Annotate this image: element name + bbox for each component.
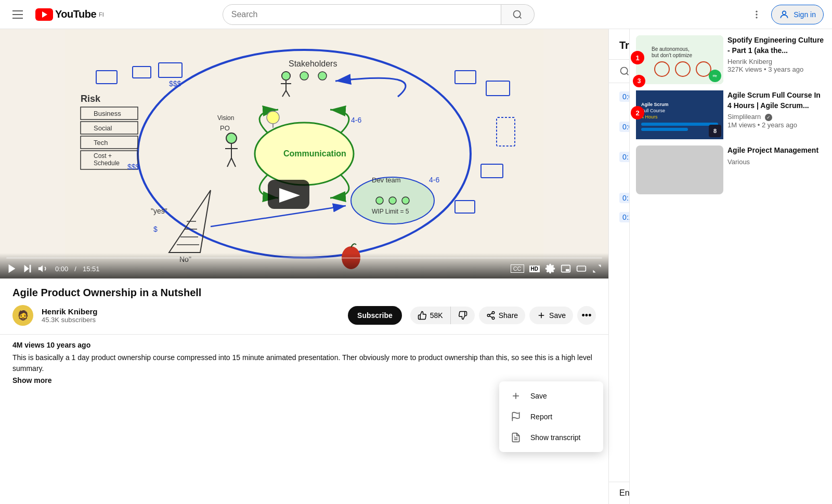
more-options-button[interactable] — [746, 4, 767, 25]
svg-point-4 — [756, 17, 757, 18]
context-report-label: Report — [530, 413, 552, 421]
more-actions-button[interactable]: ••• — [577, 306, 596, 325]
progress-bar[interactable] — [6, 257, 602, 259]
save-label: Save — [549, 311, 566, 320]
svg-marker-71 — [24, 265, 29, 273]
context-menu-transcript[interactable]: Show transcript — [499, 427, 603, 448]
miniplayer-button[interactable] — [561, 263, 571, 274]
svg-rect-110 — [641, 128, 688, 131]
miniplayer-icon — [561, 263, 571, 274]
svg-text:$: $ — [153, 225, 158, 233]
cc-button[interactable]: CC — [511, 264, 524, 273]
settings-button[interactable] — [545, 263, 555, 274]
like-section: 58K — [410, 307, 475, 324]
svg-text:$$$: $$$ — [169, 79, 181, 88]
flag-icon — [510, 412, 522, 422]
logo-text: YouTube — [55, 8, 96, 20]
like-button[interactable]: 58K — [410, 307, 451, 324]
subscribe-button[interactable]: Subscribe — [348, 306, 402, 325]
svg-text:Dev team: Dev team — [372, 176, 401, 184]
save-button[interactable]: Save — [529, 307, 573, 324]
fullscreen-button[interactable] — [592, 263, 602, 274]
svg-point-80 — [487, 314, 490, 317]
search-icon — [512, 9, 523, 20]
related-thumb-3 — [636, 145, 723, 194]
volume-button[interactable] — [37, 263, 49, 274]
description-text: This is basically a 1 day product owners… — [12, 352, 596, 374]
related-meta-2: 1M views • 2 years ago — [727, 121, 826, 129]
theater-icon — [576, 263, 587, 274]
related-meta-1: 327K views • 3 years ago — [727, 65, 826, 73]
svg-line-83 — [489, 313, 492, 315]
svg-point-3 — [756, 14, 757, 15]
related-channel-2: Simplilearn ✓ — [727, 113, 826, 121]
related-title-2: Agile Scrum Full Course In 4 Hours | Agi… — [727, 90, 826, 111]
site-header: YouTubeFI Sign in — [0, 0, 832, 29]
number-badge-8: 8 — [709, 125, 721, 137]
svg-line-1 — [519, 16, 522, 18]
related-thumb-1: Be autonomous, but don't optimize 3 — [636, 35, 723, 84]
related-videos: Be autonomous, but don't optimize 3 1 Sp… — [629, 29, 832, 504]
video-meta: 4M views 10 years ago — [12, 341, 596, 349]
hd-badge: HD — [529, 266, 540, 272]
svg-text:Risk: Risk — [81, 94, 101, 104]
share-icon — [486, 311, 496, 320]
video-content-svg: Risk Business Social Tech Cost + Schedul… — [0, 29, 608, 278]
related-item-1[interactable]: Be autonomous, but don't optimize 3 1 Sp… — [636, 35, 826, 84]
video-controls: 0:00 / 15:51 CC HD — [0, 253, 608, 278]
view-count: 4M views — [12, 341, 44, 349]
svg-marker-70 — [9, 264, 16, 273]
svg-point-37 — [318, 72, 327, 80]
search-area — [223, 4, 535, 25]
svg-point-81 — [492, 317, 495, 320]
spotify-badge — [709, 70, 721, 82]
svg-point-51 — [376, 197, 383, 204]
search-input[interactable] — [231, 10, 492, 19]
theater-button[interactable] — [576, 263, 587, 274]
svg-text:$$$: $$$ — [127, 163, 140, 171]
time-separator: / — [74, 265, 76, 273]
video-player[interactable]: Risk Business Social Tech Cost + Schedul… — [0, 29, 608, 278]
svg-text:PO: PO — [220, 124, 230, 132]
next-button[interactable] — [22, 263, 33, 274]
time-display: 0:00 — [55, 265, 68, 273]
svg-point-0 — [514, 10, 521, 17]
related-info-3: Agile Project Management Various — [727, 145, 826, 166]
hamburger-menu[interactable] — [8, 6, 27, 23]
share-button[interactable]: Share — [479, 307, 525, 324]
context-menu-save[interactable]: Save — [499, 386, 603, 406]
context-menu: Save Report Show transcript — [499, 381, 603, 452]
svg-text:4-6: 4-6 — [351, 116, 361, 124]
avatar: 🧔 — [12, 305, 33, 326]
svg-rect-75 — [566, 269, 569, 271]
svg-text:Communication: Communication — [283, 149, 346, 158]
related-info-2: Agile Scrum Full Course In 4 Hours | Agi… — [727, 90, 826, 129]
search-button[interactable] — [501, 4, 535, 25]
like-count: 58K — [430, 311, 443, 320]
controls-row: 0:00 / 15:51 CC HD — [6, 263, 602, 274]
sign-in-button[interactable]: Sign in — [771, 5, 824, 24]
svg-text:Tech: Tech — [94, 139, 108, 147]
logo[interactable]: YouTubeFI — [35, 8, 104, 21]
svg-point-79 — [492, 312, 495, 314]
play-button[interactable] — [6, 263, 18, 274]
svg-point-2 — [756, 10, 757, 12]
svg-point-52 — [389, 197, 396, 204]
svg-text:but don't optimize: but don't optimize — [652, 52, 693, 58]
svg-text:Stakeholders: Stakeholders — [289, 59, 337, 68]
svg-text:"yes": "yes" — [151, 207, 167, 215]
controls-right: CC HD — [511, 263, 602, 274]
video-thumbnail: Risk Business Social Tech Cost + Schedul… — [0, 29, 608, 278]
play-icon — [6, 263, 18, 274]
skip-next-icon — [22, 263, 33, 274]
related-item-3[interactable]: Agile Project Management Various — [636, 145, 826, 194]
channel-row: 🧔 Henrik Kniberg 45.3K subscribers Subsc… — [12, 305, 596, 326]
svg-point-36 — [300, 72, 308, 80]
thumbs-up-icon — [418, 311, 427, 320]
svg-point-91 — [621, 68, 628, 74]
dislike-button[interactable] — [451, 307, 475, 324]
context-menu-report[interactable]: Report — [499, 406, 603, 427]
related-title-3: Agile Project Management — [727, 145, 826, 156]
number-badge-2: 2 — [631, 106, 644, 120]
related-item-2[interactable]: Agile Scrum Full Course 4 Hours 8 2 Agil… — [636, 90, 826, 139]
